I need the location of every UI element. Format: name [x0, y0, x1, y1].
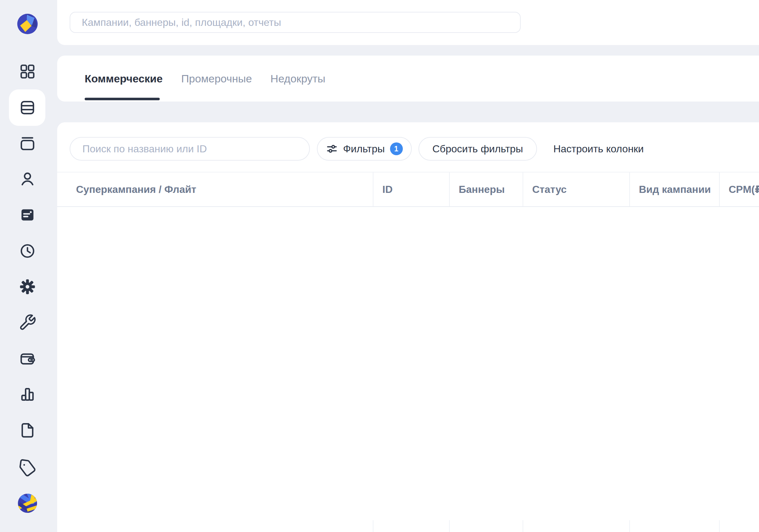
creatives-window-icon [19, 134, 36, 152]
table-search-input[interactable] [70, 137, 310, 161]
sidebar-item-documents[interactable] [18, 421, 37, 439]
configure-columns-button[interactable]: Настроить колонки [553, 143, 644, 155]
sidebar-item-tags[interactable] [18, 459, 37, 477]
filters-button[interactable]: Фильтры 1 [317, 137, 412, 161]
column-header-banners[interactable]: Баннеры [449, 172, 523, 206]
tabs-row: Коммерческие Промерочные Недокруты [85, 56, 326, 101]
dashboard-grid-icon [19, 62, 36, 81]
sidebar [0, 0, 57, 532]
global-search-input[interactable] [70, 12, 521, 33]
tools-wrench-icon [19, 314, 36, 331]
footer-cell [719, 520, 759, 532]
tab-commercial[interactable]: Коммерческие [85, 72, 163, 85]
stats-chart-icon [19, 385, 36, 403]
filter-toolbar: Фильтры 1 Сбросить фильтры Настроить кол… [70, 137, 759, 161]
news-article-icon [19, 206, 36, 224]
sidebar-item-news[interactable] [18, 206, 37, 224]
main-area: Коммерческие Промерочные Недокруты Фильт… [57, 0, 759, 532]
documents-file-icon [19, 421, 36, 439]
footer-cell [57, 520, 373, 532]
wallet-icon [19, 350, 36, 367]
sidebar-item-campaigns[interactable] [18, 98, 37, 117]
filters-count-badge: 1 [390, 142, 403, 155]
footer-cell [629, 520, 719, 532]
content-panel: Фильтры 1 Сбросить фильтры Настроить кол… [57, 122, 759, 532]
table-header-row: Суперкампания / Флайт ID Баннеры Статус … [57, 172, 759, 207]
sidebar-item-creatives[interactable] [18, 134, 37, 153]
sliders-icon [326, 143, 338, 155]
sidebar-item-history[interactable] [18, 242, 37, 260]
tags-label-icon [19, 459, 36, 477]
column-header-supercampaign[interactable]: Суперкампания / Флайт [57, 172, 373, 206]
sidebar-item-stats[interactable] [18, 385, 37, 404]
history-clock-icon [19, 242, 36, 260]
tabs-panel: Коммерческие Промерочные Недокруты [57, 56, 759, 101]
logo-sphere-icon [17, 14, 38, 34]
settings-gear-icon [19, 278, 36, 296]
column-header-id[interactable]: ID [373, 172, 449, 206]
tab-measurement[interactable]: Промерочные [181, 72, 252, 85]
filters-button-label: Фильтры [343, 143, 385, 155]
sidebar-item-wallet[interactable] [18, 349, 37, 368]
app-logo[interactable] [17, 14, 38, 34]
sidebar-item-settings[interactable] [18, 278, 37, 296]
column-header-status[interactable]: Статус [523, 172, 629, 206]
footer-cell [373, 520, 449, 532]
user-avatar[interactable] [18, 493, 37, 513]
campaigns-table-icon [19, 99, 36, 117]
footer-cell [449, 520, 523, 532]
tab-underdelivery[interactable]: Недокруты [270, 72, 326, 85]
column-header-campaign-type[interactable]: Вид кампании [629, 172, 719, 206]
clients-person-icon [19, 170, 36, 188]
sidebar-item-dashboard[interactable] [18, 62, 37, 81]
table-footer-row [57, 520, 759, 532]
column-header-cpm[interactable]: CPM(₽ [719, 172, 759, 206]
sidebar-item-tools[interactable] [18, 313, 37, 332]
sidebar-item-clients[interactable] [18, 170, 37, 188]
table-body-empty [57, 207, 759, 520]
active-tab-underline [85, 98, 160, 100]
reset-filters-button[interactable]: Сбросить фильтры [419, 137, 537, 161]
avatar-pattern-icon [18, 493, 37, 513]
top-bar [57, 0, 759, 45]
footer-cell [523, 520, 629, 532]
